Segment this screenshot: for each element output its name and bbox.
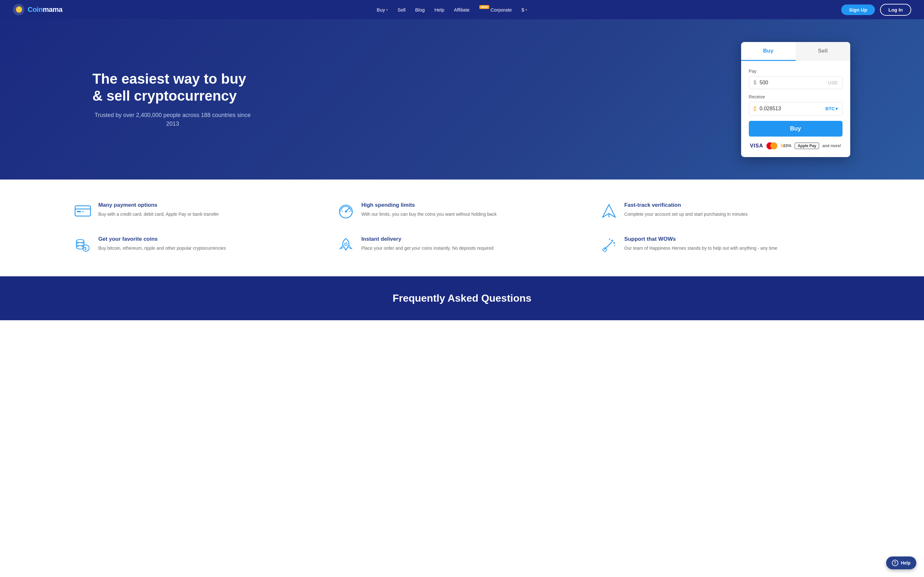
feature-delivery-title: Instant delivery <box>361 236 493 242</box>
svg-rect-22 <box>603 247 607 252</box>
feature-delivery-desc: Place your order and get your coins inst… <box>361 245 493 251</box>
feature-favorite-coins: $ Get your favorite coins Buy bitcoin, e… <box>74 236 324 254</box>
feature-verification: Fast-track verification Complete your ac… <box>600 202 850 220</box>
nav-help[interactable]: Help <box>435 7 444 13</box>
coins-icon: $ <box>74 236 92 254</box>
hero-text: The easiest way to buy & sell cryptocurr… <box>92 71 253 128</box>
dollar-icon: $ <box>754 80 756 85</box>
currency-dropdown-arrow: ▾ <box>525 8 527 11</box>
feature-spending-title: High spending limits <box>361 202 497 208</box>
svg-point-27 <box>609 239 610 240</box>
rocket-icon <box>337 236 355 254</box>
feature-payment-options: Many payment options Buy with a credit c… <box>74 202 324 220</box>
receive-input-row: ₿ BTC ▾ <box>749 102 843 116</box>
nav-buy[interactable]: Buy ▾ <box>376 7 388 13</box>
svg-point-20 <box>344 243 347 245</box>
hero-subtitle: Trusted by over 2,400,000 people across … <box>92 111 253 128</box>
header: 🪙 Coinmama Buy ▾ Sell Blog Help Affiliat… <box>0 0 924 19</box>
applepay-logo: Apple Pay <box>795 143 819 149</box>
svg-text:$: $ <box>84 246 87 251</box>
main-nav: Buy ▾ Sell Blog Help Affiliate NEW Corpo… <box>376 7 527 13</box>
feature-spending-limits: High spending limits With our limits, yo… <box>337 202 587 220</box>
payment-more-text: and more! <box>822 143 841 148</box>
features-grid: Many payment options Buy with a credit c… <box>74 202 850 254</box>
tab-buy[interactable]: Buy <box>741 42 796 61</box>
header-actions: Sign Up Log In <box>841 4 911 16</box>
tab-sell[interactable]: Sell <box>796 42 850 61</box>
btc-icon: ₿ <box>754 105 756 112</box>
visa-logo: VISA <box>750 143 763 149</box>
buy-button[interactable]: Buy <box>749 121 843 137</box>
pay-currency: USD <box>828 80 838 85</box>
receive-input[interactable] <box>760 106 825 111</box>
feature-verification-title: Fast-track verification <box>624 202 748 208</box>
receive-label: Receive <box>749 94 843 99</box>
btc-currency-selector[interactable]: BTC ▾ <box>825 106 838 111</box>
features-section: Many payment options Buy with a credit c… <box>0 179 924 276</box>
feature-spending-content: High spending limits With our limits, yo… <box>361 202 497 218</box>
pay-input[interactable] <box>760 80 829 85</box>
feature-delivery-content: Instant delivery Place your order and ge… <box>361 236 493 251</box>
feature-payment-content: Many payment options Buy with a credit c… <box>98 202 219 218</box>
nav-sell[interactable]: Sell <box>397 7 405 13</box>
login-button[interactable]: Log In <box>880 4 911 16</box>
buy-sell-widget: Buy Sell Pay $ USD Receive ₿ BTC ▾ Buy V… <box>741 42 850 157</box>
magic-icon <box>600 236 618 254</box>
widget-tabs: Buy Sell <box>741 42 850 61</box>
svg-rect-4 <box>77 211 81 212</box>
send-icon <box>600 202 618 220</box>
nav-corporate[interactable]: NEW Corporate <box>479 7 512 13</box>
feature-verification-desc: Complete your account set up and start p… <box>624 211 748 218</box>
svg-point-8 <box>345 211 347 213</box>
svg-point-13 <box>76 239 84 243</box>
speedometer-icon <box>337 202 355 220</box>
faq-title: Frequently Asked Questions <box>393 292 531 304</box>
logo-icon: 🪙 <box>13 4 24 15</box>
svg-point-28 <box>614 245 615 246</box>
hero-section: The easiest way to buy & sell cryptocurr… <box>0 0 924 179</box>
logo[interactable]: 🪙 Coinmama <box>13 4 62 15</box>
currency-selector[interactable]: $ ▾ <box>521 7 527 13</box>
nav-blog[interactable]: Blog <box>415 7 425 13</box>
hero-title: The easiest way to buy & sell cryptocurr… <box>92 71 253 105</box>
svg-rect-5 <box>82 211 84 212</box>
svg-text:🪙: 🪙 <box>15 6 23 13</box>
feature-coins-content: Get your favorite coins Buy bitcoin, eth… <box>98 236 226 251</box>
nav-affiliate[interactable]: Affiliate <box>454 7 470 13</box>
feature-support-title: Support that WOWs <box>624 236 777 242</box>
feature-payment-title: Many payment options <box>98 202 219 208</box>
feature-support-content: Support that WOWs Our team of Happiness … <box>624 236 777 251</box>
feature-coins-title: Get your favorite coins <box>98 236 226 242</box>
signup-button[interactable]: Sign Up <box>841 5 875 15</box>
logo-text: Coinmama <box>27 5 62 14</box>
feature-spending-desc: With our limits, you can buy the coins y… <box>361 211 497 218</box>
buy-dropdown-arrow: ▾ <box>386 8 388 11</box>
feature-support-desc: Our team of Happiness Heroes stands by t… <box>624 245 777 251</box>
widget-body: Pay $ USD Receive ₿ BTC ▾ Buy VISA <box>741 61 850 157</box>
feature-payment-desc: Buy with a credit card, debit card, Appl… <box>98 211 219 218</box>
payment-methods: VISA SEPA Apple Pay and more! <box>749 142 843 149</box>
feature-support: Support that WOWs Our team of Happiness … <box>600 236 850 254</box>
feature-verification-content: Fast-track verification Complete your ac… <box>624 202 748 218</box>
feature-instant-delivery: Instant delivery Place your order and ge… <box>337 236 587 254</box>
mastercard-logo <box>766 142 777 149</box>
pay-input-row: $ USD <box>749 76 843 89</box>
pay-label: Pay <box>749 69 843 74</box>
feature-coins-desc: Buy bitcoin, ethereum, ripple and other … <box>98 245 226 251</box>
svg-point-17 <box>76 243 84 246</box>
faq-section: Frequently Asked Questions <box>0 276 924 320</box>
sepa-logo: SEPA <box>780 143 792 148</box>
new-badge: NEW <box>479 5 489 9</box>
payment-icon <box>74 202 92 220</box>
